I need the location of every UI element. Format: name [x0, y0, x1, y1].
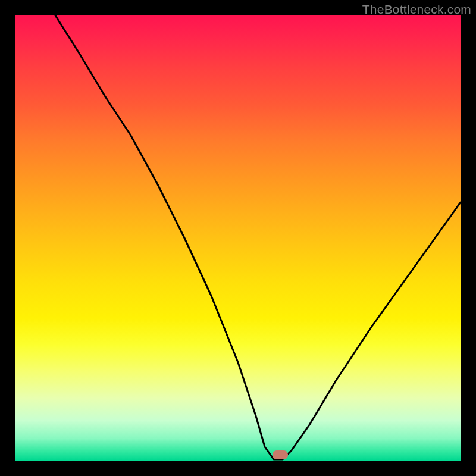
bottleneck-curve [15, 15, 461, 461]
optimum-marker [273, 450, 288, 459]
watermark-text: TheBottleneck.com [362, 2, 471, 17]
curve-path [55, 15, 461, 459]
chart-frame: TheBottleneck.com [0, 0, 476, 476]
plot-area [15, 15, 461, 461]
